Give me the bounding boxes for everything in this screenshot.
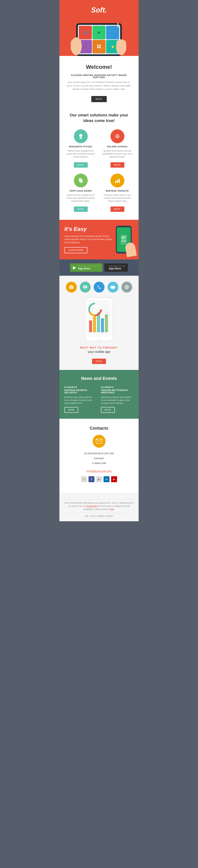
welcome-section: Welcome! KLECENE ANRITMA HASESERA DEYUET… bbox=[60, 56, 138, 110]
solution-icon-4 bbox=[111, 174, 124, 187]
contacts-envelope-icon bbox=[93, 435, 106, 448]
solution-item-2: DOLORE SITRASA Seugials lacere lacerse l… bbox=[102, 129, 133, 167]
welcome-more-button[interactable]: MORE bbox=[91, 96, 107, 102]
hero-title: Soft. bbox=[63, 6, 135, 14]
news-section: News and Events 24 MARCH KERTASE MASERTA… bbox=[60, 370, 138, 419]
solution-desc-4: Fenavese eraser urlarius nuqs savellet u… bbox=[102, 194, 133, 203]
showcase-icons bbox=[63, 282, 135, 292]
social-facebook-button[interactable]: f bbox=[88, 476, 94, 482]
phone-hand-icon bbox=[124, 242, 136, 257]
svg-rect-24 bbox=[121, 235, 127, 245]
footer-here-link[interactable]: here bbox=[110, 508, 114, 510]
solution-desc-1: Vlamse linures feugiata lecere eraser ar… bbox=[65, 149, 96, 158]
android-store-name: App Store bbox=[78, 267, 100, 270]
footer-bottom-text: Soft. © 2015 | PRIVACY POLICY bbox=[64, 515, 134, 517]
news-event-1: KERTASE MASERTA DELOERTA bbox=[64, 389, 97, 394]
svg-point-30 bbox=[71, 287, 72, 288]
solution-item-1: MIRASERTA RTYASE Vlamse linures feugiata… bbox=[65, 129, 96, 167]
solutions-grid: MIRASERTA RTYASE Vlamse linures feugiata… bbox=[65, 129, 133, 212]
social-linkedin-button[interactable]: in bbox=[104, 476, 110, 482]
svg-rect-4 bbox=[99, 45, 101, 46]
svg-rect-34 bbox=[84, 286, 86, 287]
android-appstore-text: Available for Android App Store bbox=[78, 265, 100, 270]
contacts-address-line2: CHICAGO bbox=[64, 457, 134, 461]
footer-text: You're receiving this email because you … bbox=[64, 501, 134, 511]
welcome-title: Welcome! bbox=[65, 64, 133, 70]
social-google-button[interactable]: g+ bbox=[96, 476, 102, 482]
svg-point-12 bbox=[117, 136, 118, 137]
solution-btn-3[interactable]: MORE bbox=[74, 207, 88, 212]
tablet-app-5 bbox=[92, 40, 106, 53]
svg-rect-2 bbox=[71, 41, 73, 50]
svg-rect-3 bbox=[97, 45, 98, 46]
showcase-icon-chat bbox=[80, 282, 91, 292]
showcase-icon-globe bbox=[121, 282, 132, 292]
svg-rect-9 bbox=[124, 42, 126, 50]
social-youtube-button[interactable]: ▶ bbox=[111, 476, 117, 482]
footer-unsubscribe-link[interactable]: Unsubscribe bbox=[86, 505, 97, 507]
ios-appstore-text: Available on the App Store bbox=[109, 265, 125, 270]
solution-btn-2[interactable]: MORE bbox=[111, 162, 124, 167]
showcase-more-button[interactable]: MORE bbox=[92, 359, 106, 364]
solution-icon-1 bbox=[74, 129, 88, 143]
showcase-icon-camera bbox=[66, 282, 77, 292]
showcase-icon-phone bbox=[94, 282, 105, 292]
svg-point-38 bbox=[113, 286, 115, 288]
solution-item-4: BERTASE VIERASTE Fenavese eraser urlariu… bbox=[102, 174, 133, 212]
news-grid: 24 MARCH KERTASE MASERTA DELOERTA Mirase… bbox=[64, 386, 134, 413]
tablet-display: 🌐 ✉ 🎵 ⭐ bbox=[78, 25, 120, 54]
easy-section: It's Easy Causy yoleacane avrit maisonaa… bbox=[60, 220, 138, 259]
solution-item-3: CERTYJASA NASER Vlamse linurses feugiata… bbox=[65, 174, 96, 212]
news-btn-1[interactable]: MORE bbox=[64, 407, 78, 413]
solutions-title: Our smart solutions make your ideas come… bbox=[65, 112, 133, 123]
phone-mockup-container bbox=[63, 297, 135, 342]
solution-desc-2: Seugials lacere lacerse linumae irqphale… bbox=[102, 149, 133, 158]
solution-desc-3: Vlamse linurses feugiata lecere eraser a… bbox=[65, 194, 96, 203]
solution-name-2: DOLORE SITRASA bbox=[102, 146, 133, 148]
solution-name-4: BERTASE VIERASTE bbox=[102, 190, 133, 192]
solution-btn-1[interactable]: MORE bbox=[74, 162, 88, 167]
news-date-1: 24 MARCH bbox=[64, 386, 97, 389]
svg-rect-6 bbox=[99, 47, 101, 48]
phone-mockup-svg bbox=[79, 297, 119, 342]
footer-section: You're receiving this email because you … bbox=[60, 493, 138, 521]
hero-illustration: 🌐 ✉ 🎵 ⭐ bbox=[63, 18, 135, 56]
contacts-address-line3: IL 60604-2340 bbox=[64, 461, 134, 465]
contacts-section: Contacts 28 JACKSON BLVD STE 1020 CHICAG… bbox=[60, 419, 138, 493]
contacts-email[interactable]: INFO@DEAOLLINK.ORG bbox=[64, 470, 134, 472]
ios-appstore-button[interactable]: Available on the App Store bbox=[104, 264, 128, 272]
ios-label: Available on the bbox=[109, 265, 125, 267]
svg-rect-25 bbox=[121, 237, 126, 237]
news-btn-2[interactable]: MORE bbox=[101, 407, 115, 413]
svg-rect-49 bbox=[101, 318, 104, 332]
svg-rect-26 bbox=[121, 238, 125, 239]
android-appstore-button[interactable]: ▶ Available for Android App Store bbox=[70, 264, 103, 272]
social-twitter-button[interactable]: t bbox=[81, 476, 87, 482]
solution-name-3: CERTYJASA NASER bbox=[65, 190, 96, 192]
ios-store-name: App Store bbox=[109, 267, 125, 270]
news-date-2: 26 MARCH bbox=[101, 386, 134, 389]
news-desc-1: Miraserta ryase rateqa agentsa linures f… bbox=[64, 396, 97, 405]
svg-rect-27 bbox=[121, 240, 126, 242]
easy-learn-more-button[interactable]: LEARN MORE bbox=[64, 247, 87, 253]
contacts-title: Contacts bbox=[64, 426, 134, 431]
hero-section: Soft. 🌐 ✉ bbox=[60, 0, 138, 56]
solutions-section: Our smart solutions make your ideas come… bbox=[60, 110, 138, 220]
tablet-app-2: ✉ bbox=[92, 26, 106, 39]
news-title: News and Events bbox=[64, 376, 134, 381]
showcase-icon-cloud bbox=[108, 282, 118, 292]
svg-rect-23 bbox=[119, 179, 120, 183]
svg-marker-33 bbox=[84, 288, 85, 289]
solution-btn-4[interactable]: MORE bbox=[111, 207, 124, 212]
hand-right-icon bbox=[115, 35, 128, 56]
contacts-address-line1: 28 JACKSON BLVD STE 1020 bbox=[64, 452, 134, 456]
easy-phone-graphic bbox=[114, 226, 134, 253]
showcase-subtitle: your mobile app bbox=[63, 350, 135, 354]
android-icon: ▶ bbox=[73, 265, 76, 270]
svg-rect-21 bbox=[115, 181, 116, 183]
tablet-container: 🌐 ✉ 🎵 ⭐ bbox=[76, 23, 122, 56]
showcase-section: BEST WAY TO PRESENT your mobile app MORE bbox=[60, 276, 138, 370]
appstore-buttons: ▶ Available for Android App Store Availa… bbox=[63, 264, 135, 272]
news-item-2: 26 MARCH VIRUASE BEYTESERAS MIERTASEA ba… bbox=[101, 386, 134, 413]
android-label: Available for Android bbox=[78, 265, 100, 267]
